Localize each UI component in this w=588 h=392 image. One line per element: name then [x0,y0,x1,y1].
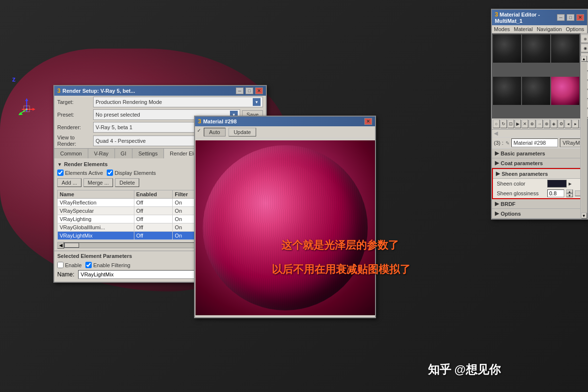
menu-navigation[interactable]: Navigation [537,26,562,32]
basic-params-title: Basic parameters [501,151,545,156]
scroll-thumb[interactable] [65,243,79,248]
vscroll-up-btn[interactable]: ▲ [581,56,587,62]
enable-filtering-checkbox[interactable] [85,262,92,268]
mat-maximize-btn[interactable]: □ [567,14,574,21]
sheen-params-header[interactable]: ▶ Sheen parameters [493,169,586,179]
tb-material[interactable]: ◈ [551,119,557,128]
basic-params-header[interactable]: ▶ Basic parameters [492,149,587,158]
tb-sample-type[interactable]: ○ [493,119,500,128]
tb-assign[interactable]: → [536,119,543,128]
tb-delete[interactable]: ✕ [522,119,528,128]
brdf-section: ▶ BRDF [492,199,587,209]
row-name: VRayLightMix [58,232,134,240]
tb-options[interactable]: ⚙ [558,119,565,128]
coat-params-title: Coat parameters [501,160,543,166]
mat-preview-2[interactable] [522,34,550,63]
target-dropdown[interactable]: Production Rendering Mode ▼ [93,97,263,107]
menu-material[interactable]: Material [514,26,533,32]
elements-active-text: Elements Active [65,170,103,176]
sheen-color-swatch[interactable] [547,180,567,187]
tab-settings[interactable]: Settings [132,149,164,158]
elements-active-checkbox[interactable] [57,170,64,176]
target-value: Production Rendering Mode [96,99,162,105]
scroll-left-btn[interactable]: ◀ [57,242,64,249]
tb-copy[interactable]: ⊕ [529,119,536,128]
target-row: Target: Production Rendering Mode ▼ [54,96,266,108]
mat-tool-1[interactable]: ⊕ [581,34,588,43]
options-arrow: ▶ [495,210,499,217]
row-enabled: Off [134,223,173,232]
material-name-dropdown[interactable]: Material #298 [511,138,558,147]
tab-vray[interactable]: V-Ray [88,149,115,158]
spin-dn-btn[interactable]: ▼ [566,193,573,197]
mat-preview-6-pink[interactable] [551,77,579,105]
pencil-icon[interactable]: ✎ [506,140,509,146]
render-setup-controls: ─ □ ✕ [236,87,263,94]
close-preview-btn[interactable]: ✕ [364,118,372,125]
vscroll-dn-btn[interactable]: ▼ [581,213,587,219]
svg-point-7 [26,108,28,110]
row-enabled: Off [134,232,173,240]
auto-checkmark: ✓ [197,128,201,136]
update-button[interactable]: Update [229,128,256,136]
sheen-color-label: Sheen color [497,181,545,187]
material-preview-window: 3 Material #298 ✕ ✓ Auto Update [194,116,376,318]
mat-preview-4[interactable] [493,77,521,105]
auto-button[interactable]: Auto [204,128,226,136]
material-editor-window: 3 Material Editor - MultiMat_1 ─ □ ✕ Mod… [491,9,588,220]
preview-area: ⊕ ◉ ⊞ ◈ ⊡ ◫ ⊟ ▲ ▼ [492,34,587,119]
options-header[interactable]: ▶ Options [492,209,587,219]
sheen-glossiness-input[interactable] [547,189,564,197]
enable-filtering-text: Enable Filtering [93,262,130,268]
coat-params-header[interactable]: ▶ Coat parameters [492,158,587,168]
axis-cube [17,97,36,117]
tab-gi[interactable]: GI [115,149,133,158]
sheen-params-section: ▶ Sheen parameters Sheen color ▶ Sheen g… [492,168,587,199]
close-button[interactable]: ✕ [255,87,263,94]
render-setup-title: Render Setup: V-Ray 5, bet... [63,88,135,94]
add-element-button[interactable]: Add ... [57,178,82,187]
tb-update[interactable]: ↻ [500,119,507,128]
tb-video[interactable]: ▶ [515,119,522,128]
color-arrow-icon[interactable]: ▶ [569,182,572,186]
brdf-title: BRDF [501,201,516,207]
mat-preview-1[interactable] [493,34,521,63]
delete-element-button[interactable]: Delete [115,178,139,187]
z-axis-label: z [12,75,16,83]
tb-reset[interactable]: ⊗ [543,119,550,128]
options-title: Options [501,211,521,217]
enable-checkbox[interactable] [57,262,64,268]
auto-update-toolbar: ✓ Auto Update [195,126,375,138]
render-setup-titlebar: 3 Render Setup: V-Ray 5, bet... ─ □ ✕ [54,86,266,96]
spin-up-btn[interactable]: ▲ [566,189,573,193]
max-logo-icon: 3 [57,87,61,94]
scroll-left-arrow[interactable]: ◀ [494,130,498,136]
mat-close-btn[interactable]: ✕ [576,14,584,21]
mat-preview-3[interactable] [551,34,579,63]
maximize-button[interactable]: □ [245,87,253,94]
material-preview-controls: ✕ [364,118,372,125]
display-elements-label: Display Elements [107,170,156,176]
renderer-label: Renderer: [57,124,91,130]
brdf-header[interactable]: ▶ BRDF [492,199,587,209]
tb-nav2[interactable]: ▸ [572,119,579,128]
vertical-scrollbar[interactable]: ▲ ▼ [580,56,587,219]
options-section: ▶ Options [492,209,587,219]
display-elements-checkbox[interactable] [107,170,113,176]
tb-sample-uvw[interactable]: ⊡ [507,119,514,128]
name-label: Name: [57,271,74,278]
tab-common[interactable]: Common [54,149,88,158]
merge-element-button[interactable]: Merge ... [83,178,113,187]
section-arrow-icon: ▼ [57,162,62,167]
menu-options[interactable]: Options [566,26,584,32]
coat-params-arrow: ▶ [495,160,499,166]
mat-minimize-btn[interactable]: ─ [557,14,565,21]
tb-nav1[interactable]: ◂ [565,119,572,128]
sheen-glossiness-row: Sheen glossiness ▲ ▼ [493,188,586,198]
minimize-button[interactable]: ─ [236,87,244,94]
row-name: VRaySpecular [58,207,134,215]
mat-tool-2[interactable]: ◉ [581,44,588,52]
mat-editor-controls: ─ □ ✕ [557,14,584,21]
mat-preview-5[interactable] [522,77,550,105]
menu-modes[interactable]: Modes [494,26,510,32]
